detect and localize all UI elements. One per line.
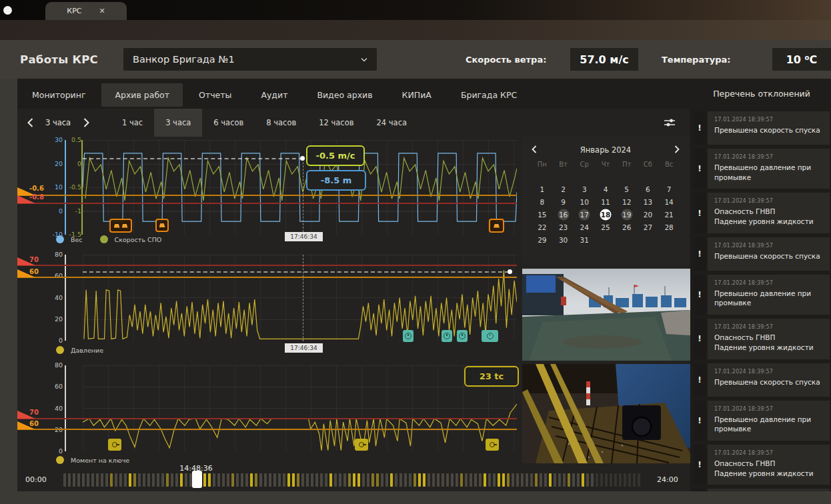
tong-key-icon[interactable] bbox=[108, 439, 121, 451]
alert-card[interactable]: !17.01.2024 18:39:57Превышена скорость с… bbox=[694, 111, 830, 145]
calendar-day-4[interactable]: 4 bbox=[595, 183, 616, 195]
tab-КИПиА[interactable]: КИПиА bbox=[389, 83, 445, 107]
calendar-day-19[interactable]: 19 bbox=[616, 209, 638, 221]
timeline-handle[interactable] bbox=[192, 471, 202, 488]
calendar-day-24[interactable]: 24 bbox=[574, 221, 595, 233]
timeline-bar bbox=[147, 473, 150, 487]
calendar-day-21[interactable]: 21 bbox=[658, 209, 680, 221]
pressure-gauge-icon[interactable] bbox=[457, 330, 468, 342]
calendar-prev-icon[interactable] bbox=[521, 143, 548, 156]
pressure-gauge-icon[interactable] bbox=[442, 330, 452, 342]
range-next-icon[interactable] bbox=[77, 114, 95, 131]
timeline-bar bbox=[610, 473, 612, 487]
calendar-day-10[interactable]: 10 bbox=[574, 196, 595, 208]
calendar-weekday: Вт bbox=[553, 161, 574, 168]
timeline-bar bbox=[371, 473, 374, 487]
timeline-bar bbox=[554, 473, 556, 487]
camera-feed-1[interactable] bbox=[522, 269, 690, 361]
timeline-bar bbox=[273, 473, 276, 487]
alert-card[interactable]: !17.01.2024 18:39:57Опасность ГНВППадени… bbox=[694, 319, 830, 359]
cursor-dot bbox=[300, 156, 305, 161]
calendar-day-7[interactable]: 7 bbox=[658, 183, 680, 195]
calendar-day-15[interactable]: 15 bbox=[532, 209, 553, 221]
calendar-day-3[interactable]: 3 bbox=[574, 183, 595, 195]
timeline-bar bbox=[91, 473, 94, 487]
calendar-day-9[interactable]: 9 bbox=[553, 196, 574, 208]
alert-card[interactable]: !17.01.2024 18:39:57Превышено давление п… bbox=[694, 489, 830, 491]
window-control-dot[interactable] bbox=[3, 6, 12, 15]
alert-card[interactable]: !17.01.2024 18:39:57Превышено давление п… bbox=[694, 401, 830, 441]
calendar-day-25[interactable]: 25 bbox=[595, 221, 616, 233]
alert-card[interactable]: !17.01.2024 18:39:57Опасность ГНВППадени… bbox=[694, 193, 830, 233]
timeline-bar bbox=[110, 473, 113, 487]
calendar-day-11[interactable]: 11 bbox=[595, 196, 616, 208]
timeline-start-label: 00:00 bbox=[25, 475, 47, 484]
alert-card[interactable]: !17.01.2024 18:39:57Превышено давление п… bbox=[694, 149, 830, 189]
brigade-select[interactable]: Ванкор Бригада №1 bbox=[123, 48, 377, 71]
pressure-gauge-icon[interactable] bbox=[482, 330, 498, 342]
calendar-next-icon[interactable] bbox=[664, 143, 690, 156]
range-8 часов[interactable]: 8 часов bbox=[255, 109, 307, 137]
calendar-day-16[interactable]: 16 bbox=[553, 209, 574, 221]
calendar-day-13[interactable]: 13 bbox=[638, 196, 659, 208]
weight-event-icon[interactable] bbox=[489, 219, 504, 233]
tong-key-icon[interactable] bbox=[486, 439, 499, 451]
calendar-day-5[interactable]: 5 bbox=[616, 183, 638, 195]
calendar-day-27[interactable]: 27 bbox=[638, 221, 659, 233]
timeline-bar bbox=[624, 473, 626, 487]
calendar-day-8[interactable]: 8 bbox=[532, 196, 553, 208]
alert-card[interactable]: !17.01.2024 18:39:57Превышена скорость с… bbox=[694, 363, 830, 397]
pressure-gauge-icon[interactable] bbox=[403, 330, 413, 342]
calendar-day-18[interactable]: 18 bbox=[595, 209, 616, 221]
timeline-bars[interactable] bbox=[63, 473, 642, 487]
camera-feed-2[interactable] bbox=[522, 364, 690, 463]
tab-Мониторинг[interactable]: Мониторинг bbox=[19, 83, 99, 107]
axis-tick: 80 bbox=[44, 362, 63, 369]
range-3 часа[interactable]: 3 часа bbox=[154, 109, 202, 137]
calendar-day-26[interactable]: 26 bbox=[616, 221, 638, 233]
alert-exclamation-icon: ! bbox=[694, 193, 706, 233]
range-prev-icon[interactable] bbox=[21, 114, 39, 131]
calendar-day-28[interactable]: 28 bbox=[658, 221, 680, 233]
range-24 часа[interactable]: 24 часа bbox=[365, 109, 419, 137]
alert-card[interactable]: !17.01.2024 18:39:57Превышена скорость с… bbox=[694, 237, 830, 271]
calendar-day-30[interactable]: 30 bbox=[553, 234, 574, 246]
alert-card[interactable]: !17.01.2024 18:39:57Опасность ГНВППадени… bbox=[694, 445, 830, 485]
tong-key-icon[interactable] bbox=[355, 439, 368, 451]
tab-Бригада КРС[interactable]: Бригада КРС bbox=[448, 83, 530, 107]
weight-event-icon[interactable] bbox=[155, 219, 169, 232]
range-12 часов[interactable]: 12 часов bbox=[307, 109, 365, 137]
timeline-bar bbox=[236, 473, 239, 487]
calendar-day-6[interactable]: 6 bbox=[638, 183, 659, 195]
calendar-day-22[interactable]: 22 bbox=[532, 221, 553, 233]
calendar-day-2[interactable]: 2 bbox=[553, 183, 574, 195]
torque-axis-ticks: 806040200 bbox=[44, 362, 63, 455]
filter-sliders-icon[interactable] bbox=[662, 115, 678, 131]
tab-Видео архив[interactable]: Видео архив bbox=[303, 83, 385, 107]
alert-exclamation-icon: ! bbox=[694, 149, 706, 189]
calendar-day-31[interactable]: 31 bbox=[574, 234, 595, 246]
torque-chart[interactable] bbox=[83, 365, 517, 451]
weight-speed-chart[interactable] bbox=[83, 140, 517, 235]
page-title: Работы КРС bbox=[20, 53, 98, 66]
nav-tabs: МониторингАрхив работОтчетыАудитВидео ар… bbox=[17, 79, 532, 109]
calendar-day-17[interactable]: 17 bbox=[574, 209, 595, 221]
calendar-day-1[interactable]: 1 bbox=[532, 183, 553, 195]
tab-Отчеты[interactable]: Отчеты bbox=[185, 83, 245, 107]
range-6 часов[interactable]: 6 часов bbox=[202, 109, 255, 137]
tab-Архив работ[interactable]: Архив работ bbox=[101, 83, 183, 107]
timeline-bar bbox=[638, 473, 640, 487]
pressure-chart[interactable] bbox=[83, 255, 517, 341]
timeline-bar bbox=[180, 473, 183, 487]
weight-event-icon[interactable] bbox=[109, 219, 132, 233]
calendar-day-12[interactable]: 12 bbox=[616, 196, 638, 208]
alert-card[interactable]: !17.01.2024 18:39:57Превышено давление п… bbox=[694, 275, 830, 315]
tab-close-icon[interactable]: ✕ bbox=[99, 7, 105, 15]
browser-tab[interactable]: КРС ✕ bbox=[45, 2, 127, 20]
calendar-day-29[interactable]: 29 bbox=[532, 234, 553, 246]
calendar-day-14[interactable]: 14 bbox=[658, 196, 680, 208]
range-1 час[interactable]: 1 час bbox=[111, 109, 154, 137]
tab-Аудит[interactable]: Аудит bbox=[247, 83, 301, 107]
calendar-day-20[interactable]: 20 bbox=[638, 209, 659, 221]
calendar-day-23[interactable]: 23 bbox=[553, 221, 574, 233]
